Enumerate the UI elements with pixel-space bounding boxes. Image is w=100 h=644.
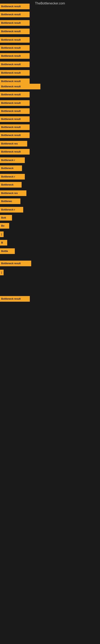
bar-item: Bottleneck result (0, 92, 30, 98)
bar-item: | (0, 270, 3, 275)
bar: Bottleneck res (0, 141, 27, 146)
bar-item: Bottleneck result (0, 20, 30, 26)
bar-label: Bottleneck result (1, 298, 21, 300)
bar-item: Bottleneck result (0, 12, 30, 17)
bar-item: Bottleneck result (0, 84, 40, 89)
bar: Bottleneck result (0, 260, 31, 266)
bar-item: Bottleneck result (0, 4, 30, 9)
bar: Bottleneck result (0, 12, 30, 17)
bar: Bottleneck result (0, 132, 30, 138)
bar-label: Bottleneck result (1, 126, 21, 128)
bar-item: Bottleneck result (0, 296, 30, 302)
bar-label: Bott (1, 216, 6, 219)
bar: Bott (0, 215, 12, 220)
bar-label: Bottleneck res (1, 192, 18, 194)
bar: Bottleneck result (0, 108, 30, 114)
bar: Bottleneck res (0, 190, 26, 196)
bar: Bottleneck result (0, 20, 30, 26)
bar-label: Bottleneck result (1, 150, 21, 153)
bar: Bottleneck result (0, 116, 30, 122)
bar: Bottleneck result (0, 45, 30, 51)
bar-item: Bottleneck result (0, 116, 30, 122)
bar-label: Bottleneck res (1, 142, 18, 145)
bar-label: Bottleneck r (1, 208, 15, 211)
bar-item: Bottleneck result (0, 132, 30, 138)
bar-label: Bottleneck result (1, 93, 21, 96)
bar-label: Bottleneck r (1, 159, 15, 162)
bar-label: Bottleneck result (1, 80, 21, 83)
bar: Bottleneck (0, 166, 22, 171)
bar: Bottleneck result (0, 4, 30, 9)
bar-item: Bottleneck result (0, 37, 30, 43)
bar-item: Bottleneck result (0, 70, 30, 76)
bar-label: Bottleneck (1, 167, 13, 170)
bar-label: Bottleneck result (1, 13, 21, 16)
bar-item: Bottleneck result (0, 28, 30, 34)
bar: Bottleneck result (0, 62, 30, 67)
bar-label: Bottle (1, 250, 8, 252)
bar: Bottleneck result (0, 92, 30, 98)
bar-item: Bottle (0, 248, 15, 254)
bar-item: Bottleneck result (0, 108, 30, 114)
bar: Bottleneck r (0, 174, 25, 180)
bar: Bottleneck result (0, 53, 30, 59)
bar: Bottleneck r (0, 207, 23, 212)
bar-label: Bottleneck (1, 183, 13, 186)
bar-label: Bottleneck result (1, 262, 21, 265)
bar: Bottleneck result (0, 100, 30, 106)
bar-label: | (1, 233, 2, 236)
bar: | (0, 270, 3, 275)
bar: Bottleneck result (0, 149, 30, 154)
bar-label: Bo (1, 224, 4, 227)
bar-item: Bottleneck r (0, 174, 25, 180)
bar: Bottleneck (0, 182, 22, 188)
bar: Bo (0, 223, 9, 228)
bar-label: Bottlenec (1, 200, 12, 203)
bar-item: Bottleneck res (0, 190, 26, 196)
bar-label: Bottleneck result (1, 72, 21, 74)
bar-item: Bottleneck result (0, 100, 30, 106)
bar-label: Bottleneck result (1, 85, 21, 88)
bar-item: Bottleneck result (0, 124, 30, 130)
bar: Bottle (0, 248, 15, 254)
bar: Bottleneck result (0, 70, 30, 76)
bar-label: Bottleneck r (1, 175, 15, 178)
bar-item: | (0, 232, 3, 237)
bar-label: Bottleneck result (1, 22, 21, 24)
bar-label: Bottleneck result (1, 63, 21, 66)
bar: Bottlenec (0, 198, 20, 204)
bar-item: Bottleneck r (0, 158, 25, 163)
bar-item: Bott (0, 215, 12, 220)
bar-item: B (0, 240, 7, 246)
bar-label: Bottleneck result (1, 46, 21, 49)
bar-item: Bottleneck r (0, 207, 23, 212)
bar: Bottleneck result (0, 37, 30, 43)
bar: Bottleneck result (0, 296, 30, 302)
bar: Bottleneck result (0, 28, 30, 34)
bar: Bottleneck result (0, 78, 30, 84)
bar-item: Bottleneck result (0, 260, 31, 266)
bar-label: | (1, 271, 2, 274)
bar-item: Bottleneck result (0, 62, 30, 67)
bar: Bottleneck r (0, 158, 25, 163)
bar: | (0, 232, 3, 237)
bar-label: Bottleneck result (1, 134, 21, 137)
bar-label: Bottleneck result (1, 102, 21, 104)
bar-item: Bo (0, 223, 9, 228)
bar-item: Bottleneck result (0, 53, 30, 59)
bar: B (0, 240, 7, 246)
bar: Bottleneck result (0, 84, 40, 89)
bar-label: B (1, 241, 3, 244)
bar-item: Bottleneck (0, 182, 22, 188)
chart-area: TheBottlenecker.com Bottleneck resultBot… (0, 0, 100, 644)
bar-label: Bottleneck result (1, 118, 21, 120)
bar-item: Bottlenec (0, 198, 20, 204)
bar-item: Bottleneck result (0, 149, 30, 154)
bar-label: Bottleneck result (1, 110, 21, 112)
bar-item: Bottleneck result (0, 45, 30, 51)
bar: Bottleneck result (0, 124, 30, 130)
bar-label: Bottleneck result (1, 54, 21, 57)
bar-label: Bottleneck result (1, 38, 21, 41)
bar-label: Bottleneck result (1, 30, 21, 33)
bar-item: Bottleneck res (0, 141, 27, 146)
